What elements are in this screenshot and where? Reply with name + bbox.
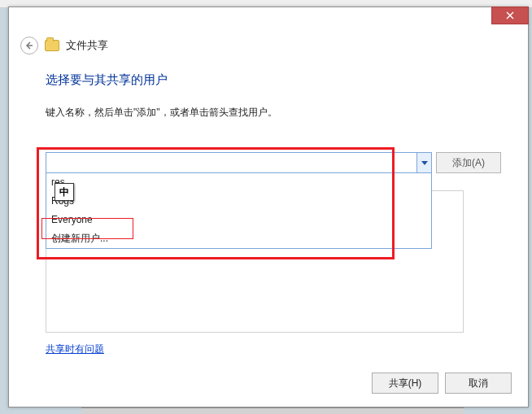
background-strip xyxy=(81,407,464,414)
dropdown-toggle[interactable] xyxy=(416,153,431,172)
cancel-button[interactable]: 取消 xyxy=(445,373,512,394)
page-subtext: 键入名称，然后单击"添加"，或者单击箭头查找用户。 xyxy=(46,106,501,120)
user-dropdown: res Rogs Everyone 创建新用户... xyxy=(46,172,432,249)
user-combo: res Rogs Everyone 创建新用户... xyxy=(46,152,432,173)
dropdown-item[interactable]: res xyxy=(46,173,431,192)
chevron-down-icon xyxy=(421,161,428,165)
window-header: 文件共享 xyxy=(20,37,108,54)
window-title: 文件共享 xyxy=(66,38,108,53)
help-link[interactable]: 共享时有问题 xyxy=(46,342,104,356)
share-button[interactable]: 共享(H) xyxy=(372,373,438,394)
back-button[interactable] xyxy=(20,37,38,54)
dialog-footer: 共享(H) 取消 xyxy=(372,373,512,394)
arrow-left-icon xyxy=(24,41,34,50)
dropdown-item-everyone[interactable]: Everyone xyxy=(46,211,431,229)
dropdown-item-create-user[interactable]: 创建新用户... xyxy=(46,229,431,248)
ime-indicator: 中 xyxy=(55,183,74,201)
close-button[interactable] xyxy=(491,7,529,24)
close-icon xyxy=(506,11,514,20)
folder-icon xyxy=(45,40,59,51)
user-input[interactable] xyxy=(46,152,432,173)
page-heading: 选择要与其共享的用户 xyxy=(46,72,501,88)
file-share-window: 文件共享 选择要与其共享的用户 键入名称，然后单击"添加"，或者单击箭头查找用户… xyxy=(8,7,529,407)
add-button[interactable]: 添加(A) xyxy=(436,152,501,173)
dropdown-item[interactable]: Rogs xyxy=(46,192,431,211)
